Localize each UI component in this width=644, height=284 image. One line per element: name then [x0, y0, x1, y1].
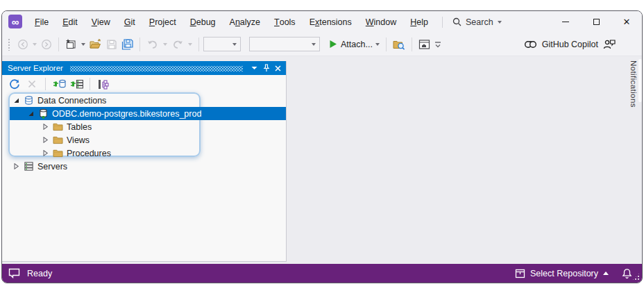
- tree-item-views[interactable]: Views: [10, 133, 286, 147]
- repository-icon: [515, 269, 525, 278]
- new-project-dropdown-icon[interactable]: [81, 43, 85, 46]
- navigate-back-dropdown-icon[interactable]: [33, 43, 37, 46]
- github-copilot-badge[interactable]: GitHub Copilot: [524, 39, 616, 49]
- expander-icon[interactable]: [12, 162, 20, 170]
- edge-scrollbar[interactable]: [638, 59, 642, 102]
- github-copilot-icon: [524, 40, 537, 49]
- tree-item-odbc-demo-postgres-bikestores-prod[interactable]: ODBC.demo-postgres.bikestores_prod: [10, 107, 286, 120]
- close-button[interactable]: ✕: [611, 11, 642, 33]
- divider: [45, 78, 46, 90]
- menu-help[interactable]: Help: [403, 11, 435, 33]
- solution-configurations-combobox[interactable]: [203, 37, 241, 51]
- server-explorer-panel: Server Explorer: [2, 61, 287, 262]
- menu-edit[interactable]: Edit: [56, 11, 85, 33]
- dock-area: Server Explorer: [2, 56, 642, 264]
- undo-dropdown-icon[interactable]: [163, 43, 167, 46]
- server-explorer-toolbar: [2, 75, 286, 93]
- refresh-button[interactable]: [7, 76, 22, 92]
- save-all-button[interactable]: [120, 36, 135, 53]
- status-bar: Ready Select Repository: [2, 264, 642, 283]
- panel-close-button[interactable]: [272, 62, 284, 74]
- title-bar: ∞ FileEditViewGitProjectDebugAnalyzeTool…: [2, 11, 642, 33]
- solution-explorer-icon: [418, 39, 430, 50]
- save-all-icon: [121, 39, 133, 50]
- open-file-button[interactable]: [88, 36, 103, 53]
- new-project-button[interactable]: [64, 36, 78, 53]
- copilot-feedback-icon[interactable]: [603, 39, 616, 49]
- folder-icon: [52, 135, 63, 146]
- window-position-button[interactable]: [248, 62, 260, 74]
- chevron-down-icon: [232, 43, 237, 46]
- data-connections-icon: [23, 95, 34, 106]
- save-button[interactable]: [105, 36, 119, 53]
- expander-icon[interactable]: [42, 123, 49, 131]
- solution-platforms-combobox[interactable]: [249, 37, 320, 51]
- titlebar-drag-area: [505, 11, 550, 33]
- menu-project[interactable]: Project: [142, 11, 183, 33]
- divider: [386, 37, 387, 51]
- expander-icon[interactable]: [27, 110, 35, 117]
- toolbar-grip[interactable]: [8, 38, 11, 51]
- find-in-files-button[interactable]: [391, 36, 407, 53]
- attach-dropdown-icon[interactable]: [375, 43, 380, 46]
- navigate-back-button[interactable]: [16, 36, 30, 53]
- connect-to-database-button[interactable]: [51, 76, 67, 92]
- menu-tools[interactable]: Tools: [267, 11, 303, 33]
- visual-studio-window: ∞ FileEditViewGitProjectDebugAnalyzeTool…: [1, 10, 643, 283]
- expander-icon[interactable]: [12, 97, 20, 104]
- run-icon: [329, 40, 337, 49]
- close-icon: ✕: [623, 17, 631, 26]
- maximize-icon: [593, 19, 600, 25]
- menu-view[interactable]: View: [85, 11, 117, 33]
- menu-analyze[interactable]: Analyze: [223, 11, 267, 33]
- screen: ∞ FileEditViewGitProjectDebugAnalyzeTool…: [0, 0, 644, 284]
- undo-icon: [146, 39, 159, 49]
- panel-header-grip: [70, 66, 243, 72]
- search-button[interactable]: Search: [450, 11, 505, 33]
- notifications-tab[interactable]: Notifications: [629, 60, 638, 108]
- notifications-bell-icon[interactable]: [622, 268, 632, 279]
- navigate-forward-button[interactable]: [40, 36, 53, 53]
- expander-icon[interactable]: [42, 136, 49, 144]
- stop-refresh-button[interactable]: [24, 76, 40, 92]
- redo-icon: [171, 39, 184, 49]
- maximize-button[interactable]: [581, 11, 611, 33]
- tree-item-tables[interactable]: Tables: [10, 120, 286, 133]
- folder-icon: [52, 122, 63, 133]
- solution-explorer-button[interactable]: [417, 36, 432, 53]
- resize-grip[interactable]: [632, 273, 640, 281]
- divider: [198, 37, 199, 51]
- server-explorer-tree: Data Connections ODBC.demo-postgres.bike…: [2, 93, 286, 261]
- hierarchy-icon: [98, 79, 109, 90]
- toolbar-overflow-button[interactable]: [433, 36, 443, 53]
- undo-button[interactable]: [145, 36, 160, 53]
- feedback-icon[interactable]: [8, 268, 20, 278]
- menu-window[interactable]: Window: [359, 11, 403, 33]
- connect-to-database-icon: [53, 78, 66, 90]
- menu-debug[interactable]: Debug: [183, 11, 223, 33]
- connect-to-server-button[interactable]: [69, 76, 84, 92]
- close-icon: [275, 65, 281, 72]
- start-attach-button[interactable]: Attach...: [328, 36, 381, 53]
- minimize-button[interactable]: [550, 11, 581, 33]
- tree-item-procedures[interactable]: Procedures: [10, 147, 286, 160]
- hierarchy-view-button[interactable]: [96, 76, 111, 92]
- tree-item-data-connections[interactable]: Data Connections: [10, 94, 286, 107]
- panel-title: Server Explorer: [8, 64, 63, 72]
- save-icon: [106, 39, 117, 50]
- tree-item-servers[interactable]: Servers: [10, 160, 286, 173]
- redo-button[interactable]: [170, 36, 185, 53]
- auto-hide-pin-button[interactable]: [260, 62, 272, 74]
- standard-toolbar: Attach... GitHub Copilot: [2, 33, 642, 56]
- select-repository-button[interactable]: Select Repository: [515, 269, 609, 278]
- server-explorer-header[interactable]: Server Explorer: [2, 61, 286, 75]
- find-in-files-icon: [393, 39, 405, 50]
- stop-refresh-icon: [28, 80, 36, 88]
- redo-dropdown-icon[interactable]: [188, 43, 192, 46]
- menu-git[interactable]: Git: [117, 11, 142, 33]
- menu-file[interactable]: File: [28, 11, 56, 33]
- chevron-up-icon: [603, 272, 609, 275]
- menu-extensions[interactable]: Extensions: [303, 11, 359, 33]
- expander-icon[interactable]: [42, 149, 49, 157]
- minimize-icon: [562, 22, 569, 22]
